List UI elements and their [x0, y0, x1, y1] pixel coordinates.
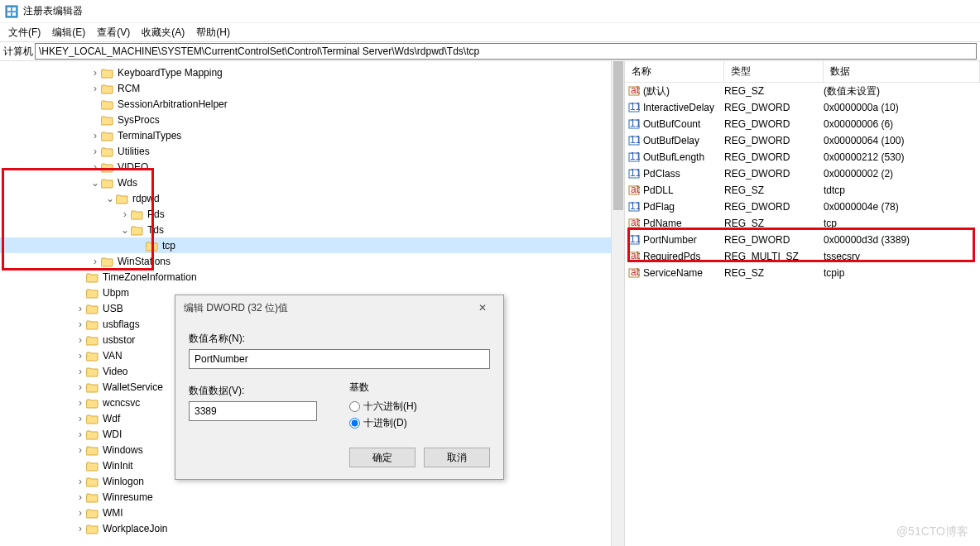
value-type-icon: ab	[628, 218, 640, 229]
tree-twisty-icon[interactable]: ⌄	[104, 193, 116, 204]
tree-twisty-icon[interactable]: ⌄	[89, 177, 101, 189]
value-type-icon: ab	[628, 85, 640, 97]
data-field[interactable]	[189, 401, 317, 421]
tree-node[interactable]: ›Winresume	[0, 489, 624, 505]
scrollbar-thumb[interactable]	[613, 61, 623, 210]
list-row[interactable]: 110OutBufDelayREG_DWORD0x00000064 (100)	[625, 132, 980, 149]
tree-node[interactable]: SysProcs	[0, 112, 624, 127]
menu-file[interactable]: 文件(F)	[3, 24, 46, 41]
list-row[interactable]: 110OutBufLengthREG_DWORD0x00000212 (530)	[625, 149, 980, 165]
base-label: 基数	[349, 381, 490, 395]
list-row[interactable]: abPdNameREG_SZtcp	[625, 215, 980, 232]
value-name: (默认)	[643, 84, 670, 98]
tree-twisty-icon[interactable]: ›	[89, 256, 101, 267]
value-type: REG_SZ	[724, 267, 824, 279]
list-row[interactable]: 110PdClassREG_DWORD0x00000002 (2)	[625, 165, 980, 182]
tree-twisty-icon[interactable]: ›	[74, 366, 86, 377]
radix-hex-radio[interactable]	[349, 401, 360, 412]
list-row[interactable]: abRequiredPdsREG_MULTI_SZtssecsrv	[625, 248, 980, 265]
list-row[interactable]: 110OutBufCountREG_DWORD0x00000006 (6)	[625, 116, 980, 132]
tree-twisty-icon[interactable]: ›	[74, 350, 86, 362]
tree-twisty-icon[interactable]: ›	[74, 381, 86, 393]
tree-node[interactable]: ›TerminalTypes	[0, 127, 624, 143]
value-data: tcp	[824, 218, 980, 229]
tree-node[interactable]: ›Utilities	[0, 143, 624, 159]
list-row[interactable]: 110PdFlagREG_DWORD0x0000004e (78)	[625, 199, 980, 215]
window-title: 注册表编辑器	[23, 4, 83, 18]
folder-icon	[86, 303, 99, 314]
value-name: InteractiveDelay	[643, 102, 714, 113]
tree-twisty-icon[interactable]: ›	[74, 413, 86, 424]
address-input[interactable]	[35, 43, 977, 60]
col-type[interactable]: 类型	[724, 61, 824, 82]
radix-dec-radio[interactable]	[349, 418, 360, 429]
folder-icon	[86, 318, 99, 330]
tree-twisty-icon[interactable]: ›	[74, 491, 86, 503]
name-field[interactable]	[189, 349, 490, 369]
tree-twisty-icon[interactable]: ›	[74, 507, 86, 519]
value-type: REG_DWORD	[724, 102, 824, 113]
menu-help[interactable]: 帮助(H)	[191, 24, 235, 41]
tree-node[interactable]: ›RCM	[0, 80, 624, 96]
tree-twisty-icon[interactable]: ›	[89, 161, 101, 173]
tree-node[interactable]: tcp	[0, 237, 624, 253]
list-row[interactable]: ab(默认)REG_SZ(数值未设置)	[625, 83, 980, 99]
tree-twisty-icon[interactable]: ›	[89, 83, 101, 94]
close-icon[interactable]: ✕	[470, 302, 495, 314]
tree-node[interactable]: ›VIDEO	[0, 159, 624, 175]
ok-button[interactable]: 确定	[349, 448, 416, 467]
dialog-titlebar[interactable]: 编辑 DWORD (32 位)值 ✕	[175, 295, 503, 320]
folder-icon	[86, 334, 99, 346]
tree-twisty-icon[interactable]: ›	[89, 146, 101, 157]
tree-twisty-icon[interactable]: ›	[74, 397, 86, 409]
tree-scrollbar[interactable]	[611, 61, 624, 546]
folder-icon	[86, 476, 99, 487]
tree-twisty-icon[interactable]: ›	[119, 208, 131, 220]
tree-label: Video	[103, 366, 127, 377]
svg-text:110: 110	[630, 201, 640, 212]
tree-node[interactable]: ›WinStations	[0, 253, 624, 269]
tree-twisty-icon[interactable]: ›	[74, 303, 86, 314]
list-row[interactable]: abPdDLLREG_SZtdtcp	[625, 182, 980, 199]
tree-label: KeyboardType Mapping	[118, 67, 223, 79]
value-type-icon: 110	[628, 151, 640, 163]
radix-dec-label: 十进制(D)	[363, 416, 407, 430]
tree-node[interactable]: ›KeyboardType Mapping	[0, 65, 624, 80]
tree-label: Winlogon	[103, 476, 144, 487]
tree-node[interactable]: ⌄Tds	[0, 222, 624, 237]
tree-twisty-icon[interactable]: ›	[74, 476, 86, 487]
col-name[interactable]: 名称	[625, 61, 724, 82]
tree-node[interactable]: SessionArbitrationHelper	[0, 96, 624, 112]
tree-twisty-icon[interactable]: ›	[89, 130, 101, 141]
tree-node[interactable]: ›Pds	[0, 206, 624, 222]
menu-favorites[interactable]: 收藏夹(A)	[137, 24, 190, 41]
tree-node[interactable]: TimeZoneInformation	[0, 269, 624, 285]
tree-twisty-icon[interactable]: ›	[89, 67, 101, 79]
tree-node[interactable]: ⌄rdpwd	[0, 190, 624, 206]
tree-node[interactable]: ⌄Wds	[0, 175, 624, 190]
tree-twisty-icon[interactable]: ⌄	[119, 224, 131, 236]
tree-twisty-icon[interactable]: ›	[74, 334, 86, 346]
tree-twisty-icon[interactable]: ›	[74, 444, 86, 456]
value-name: PortNumber	[643, 234, 697, 246]
list-row[interactable]: 110InteractiveDelayREG_DWORD0x0000000a (…	[625, 99, 980, 116]
list-row[interactable]: 110PortNumberREG_DWORD0x00000d3d (3389)	[625, 232, 980, 248]
list-row[interactable]: abServiceNameREG_SZtcpip	[625, 265, 980, 281]
svg-text:ab: ab	[631, 251, 640, 261]
tree-node[interactable]: ›WMI	[0, 505, 624, 520]
value-type: REG_DWORD	[724, 118, 824, 130]
value-data: tdtcp	[824, 184, 980, 196]
menu-edit[interactable]: 编辑(E)	[47, 24, 90, 41]
tree-twisty-icon[interactable]: ›	[74, 523, 86, 534]
address-bar: 计算机	[0, 41, 980, 61]
tree-twisty-icon[interactable]: ›	[74, 429, 86, 440]
col-data[interactable]: 数据	[824, 61, 980, 82]
radix-hex-row[interactable]: 十六进制(H)	[349, 400, 490, 414]
tree-label: WinStations	[118, 256, 171, 267]
menu-view[interactable]: 查看(V)	[92, 24, 135, 41]
tree-label: WalletService	[103, 381, 163, 393]
radix-dec-row[interactable]: 十进制(D)	[349, 416, 490, 430]
tree-twisty-icon[interactable]: ›	[74, 318, 86, 330]
cancel-button[interactable]: 取消	[424, 448, 490, 467]
tree-node[interactable]: ›WorkplaceJoin	[0, 520, 624, 536]
